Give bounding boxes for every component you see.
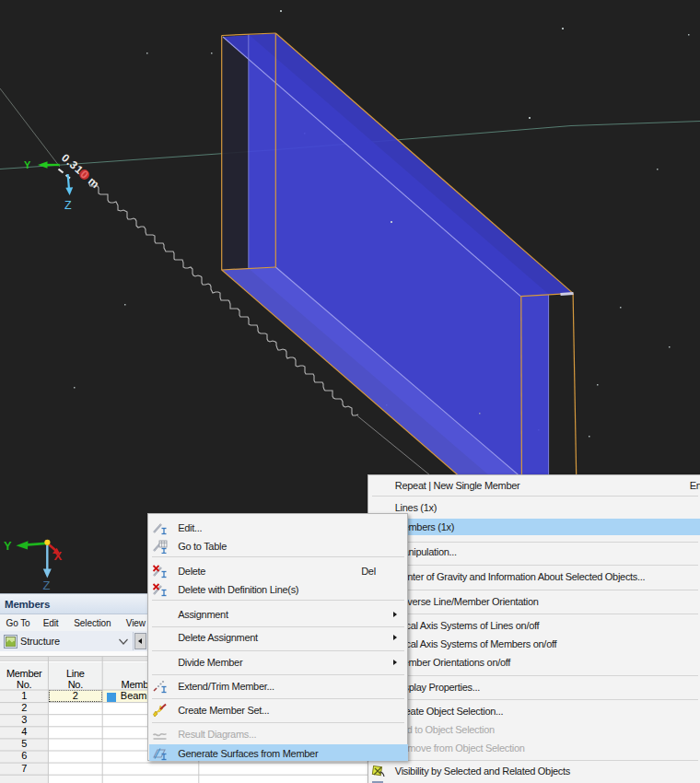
- svg-text:Y: Y: [24, 159, 31, 170]
- svg-text:Y: Y: [4, 539, 12, 553]
- svg-text:Z: Z: [43, 578, 51, 592]
- svg-text:Z: Z: [64, 199, 72, 212]
- svg-text:X: X: [54, 549, 63, 563]
